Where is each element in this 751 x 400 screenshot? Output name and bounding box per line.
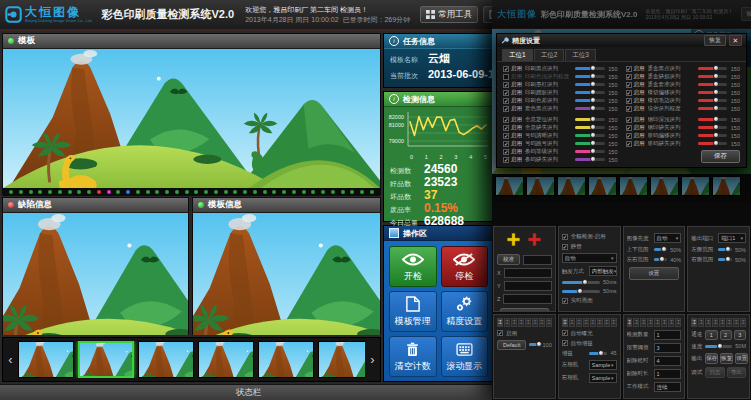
station-tab[interactable]: 工位8 (611, 318, 617, 327)
template-manage-button[interactable]: 模板管理 (389, 291, 437, 332)
station-tab[interactable]: 工位8 (675, 318, 681, 327)
station-tab[interactable]: 工位4 (583, 318, 589, 327)
station-tab[interactable]: 工位4 (647, 318, 653, 327)
frame-thumbnail[interactable] (258, 341, 314, 378)
checkbox[interactable]: ✓ (562, 330, 568, 336)
station-tab[interactable]: 工位3 (640, 318, 646, 327)
frame-thumbnail[interactable] (78, 341, 134, 378)
station-tab[interactable]: 工位1 (627, 318, 633, 327)
coordinate-input[interactable] (503, 294, 551, 304)
left-camera-dropdown[interactable]: Sample▾ (589, 360, 617, 370)
debug-button[interactable]: 导出 (727, 367, 746, 378)
enable-checkbox[interactable]: ✓ (626, 133, 632, 139)
apply-button[interactable]: 设置 (500, 308, 549, 312)
coordinate-input[interactable] (504, 268, 552, 278)
sensitivity-slider[interactable] (575, 118, 605, 121)
station-tab[interactable]: 工位1 (691, 318, 697, 327)
station-tab[interactable]: 工位3 (705, 318, 711, 327)
enable-checkbox[interactable]: ✓ (626, 66, 632, 72)
duration-slider[interactable] (562, 290, 600, 293)
sensitivity-slider[interactable] (698, 126, 728, 129)
enable-checkbox[interactable]: ✓ (503, 74, 509, 80)
output-button[interactable]: 设置 (735, 353, 748, 364)
enable-checkbox[interactable]: ✓ (626, 98, 632, 104)
enable-checkbox[interactable]: ✓ (626, 106, 632, 112)
enable-checkbox[interactable]: ✓ (503, 117, 509, 123)
delay-slider[interactable] (562, 281, 600, 284)
station-tab[interactable]: 工位6 (597, 318, 603, 327)
station-tab[interactable]: 工位4 (518, 318, 524, 327)
station-tab[interactable]: 工位3 (576, 318, 582, 327)
level-slider[interactable] (529, 343, 539, 346)
filmstrip-prev-icon[interactable]: ‹ (6, 352, 15, 367)
sensitivity-slider[interactable] (575, 83, 605, 86)
common-tools-button[interactable]: 常用工具 (420, 6, 478, 23)
station-tab[interactable]: 工位5 (525, 318, 531, 327)
frame-thumbnail[interactable] (18, 341, 74, 378)
stop-inspection-button[interactable]: 停检 (441, 246, 489, 287)
enable-checkbox[interactable]: ✓ (503, 82, 509, 88)
sensitivity-slider[interactable] (575, 99, 605, 102)
right-camera-dropdown[interactable]: Sample▾ (589, 373, 617, 383)
sensitivity-slider[interactable] (698, 99, 728, 102)
enable-checkbox[interactable]: ✓ (626, 117, 632, 123)
enable-checkbox[interactable]: ✓ (626, 82, 632, 88)
sensitivity-slider[interactable] (698, 75, 728, 78)
checkbox[interactable]: ✓ (497, 330, 503, 336)
scroll-display-button[interactable]: 滚动显示 (441, 336, 489, 377)
station-tab[interactable]: 工位6 (726, 318, 732, 327)
enable-checkbox[interactable]: ✓ (503, 106, 509, 112)
frame-thumbnail[interactable] (318, 341, 365, 378)
frame-thumbnail[interactable] (138, 341, 194, 378)
parameter-input[interactable]: 连续 (654, 382, 682, 392)
station-tab[interactable]: 工位2 (633, 318, 639, 327)
frame-thumbnail[interactable] (712, 176, 741, 196)
sensitivity-slider[interactable] (575, 142, 605, 145)
frame-thumbnail[interactable] (198, 341, 254, 378)
station-tab[interactable]: 工位2 (698, 318, 704, 327)
enable-checkbox[interactable]: ✓ (626, 74, 632, 80)
checkbox[interactable]: ✓ (562, 234, 568, 240)
brightness-dropdown[interactable]: 自动▾ (654, 233, 682, 243)
enable-checkbox[interactable]: ✓ (503, 90, 509, 96)
save-button[interactable]: 保存 (701, 150, 740, 163)
sensitivity-slider[interactable] (698, 107, 728, 110)
station-tab[interactable]: 工位2 (534, 49, 565, 61)
frame-thumbnail[interactable] (619, 176, 648, 196)
sensitivity-slider[interactable] (575, 150, 605, 153)
channel-button[interactable]: 1 (705, 330, 717, 340)
sensitivity-slider[interactable] (575, 134, 605, 137)
sensitivity-slider[interactable] (575, 75, 605, 78)
checkbox[interactable]: ✓ (562, 298, 568, 304)
calibration-input[interactable] (523, 255, 552, 265)
station-tab[interactable]: 工位4 (712, 318, 718, 327)
gain-slider[interactable] (589, 352, 608, 355)
output-port-dropdown[interactable]: 端口1▾ (718, 233, 746, 243)
debug-button[interactable]: 日志 (705, 367, 724, 378)
sensitivity-slider[interactable] (575, 91, 605, 94)
station-tab[interactable]: 工位6 (532, 318, 538, 327)
enable-checkbox[interactable]: ✓ (503, 149, 509, 155)
enable-checkbox[interactable]: ✓ (503, 66, 509, 72)
filmstrip-next-icon[interactable]: › (368, 352, 377, 367)
sensitivity-slider[interactable] (698, 118, 728, 121)
frame-thumbnail[interactable] (650, 176, 679, 196)
mode-dropdown[interactable]: 自动▾ (562, 253, 617, 263)
channel-button[interactable]: 2 (720, 330, 732, 340)
parameter-input[interactable]: 1 (654, 330, 682, 340)
station-tab[interactable]: 工位2 (569, 318, 575, 327)
station-tab[interactable]: 工位3 (565, 49, 596, 61)
station-tab[interactable]: 工位6 (661, 318, 667, 327)
sensitivity-slider[interactable] (698, 91, 728, 94)
station-tab[interactable]: 工位8 (546, 318, 552, 327)
sensitivity-slider[interactable] (575, 126, 605, 129)
frame-thumbnail[interactable] (495, 176, 524, 196)
clear-count-button[interactable]: 清空计数 (389, 336, 437, 377)
station-tab[interactable]: 工位1 (562, 318, 568, 327)
station-tab[interactable]: 工位7 (604, 318, 610, 327)
station-tab[interactable]: 工位2 (504, 318, 510, 327)
station-tab[interactable]: 工位7 (539, 318, 545, 327)
enable-checkbox[interactable]: ✓ (503, 141, 509, 147)
station-tab[interactable]: 工位5 (654, 318, 660, 327)
checkbox[interactable]: ✓ (562, 340, 568, 346)
